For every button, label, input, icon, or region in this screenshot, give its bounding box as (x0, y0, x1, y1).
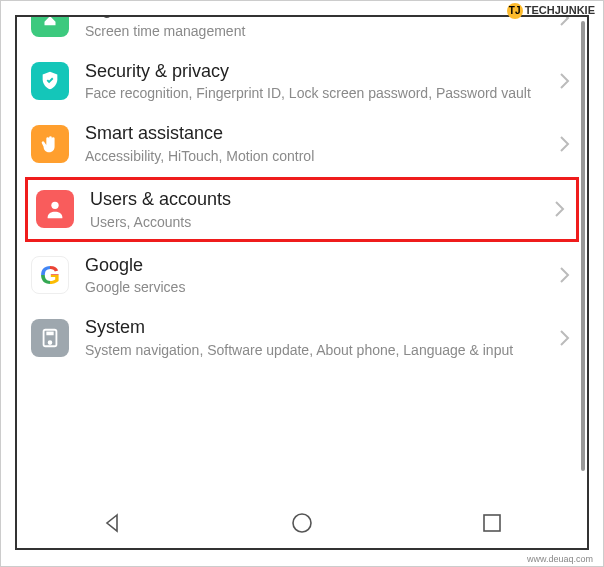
row-subtitle: Screen time management (85, 22, 551, 40)
row-subtitle: Google services (85, 278, 551, 296)
svg-point-4 (293, 514, 311, 532)
watermark-bottom: www.deuaq.com (527, 554, 593, 564)
hourglass-icon (31, 15, 69, 37)
nav-back-button[interactable] (82, 503, 142, 543)
row-title: Smart assistance (85, 122, 551, 145)
nav-recents-button[interactable] (462, 503, 522, 543)
shield-icon (31, 62, 69, 100)
google-icon: G (31, 256, 69, 294)
row-google[interactable]: G Google Google services (17, 244, 587, 307)
hand-icon (31, 125, 69, 163)
settings-list[interactable]: Digital balance Screen time management S… (17, 15, 587, 498)
chevron-right-icon (551, 135, 571, 153)
svg-rect-3 (47, 332, 53, 334)
row-text: Users & accounts Users, Accounts (90, 188, 546, 231)
row-smart-assistance[interactable]: Smart assistance Accessibility, HiTouch,… (17, 112, 587, 175)
row-title: System (85, 316, 551, 339)
watermark-top: TJTECHJUNKIE (507, 3, 595, 19)
row-text: System System navigation, Software updat… (85, 316, 551, 359)
nav-home-button[interactable] (272, 503, 332, 543)
svg-point-0 (51, 202, 58, 209)
chevron-right-icon (551, 266, 571, 284)
row-subtitle: Face recognition, Fingerprint ID, Lock s… (85, 84, 551, 102)
row-users-accounts[interactable]: Users & accounts Users, Accounts (25, 177, 579, 242)
tj-badge-icon: TJ (507, 3, 523, 19)
android-navbar (17, 498, 587, 548)
row-digital-balance[interactable]: Digital balance Screen time management (17, 15, 587, 50)
row-subtitle: System navigation, Software update, Abou… (85, 341, 551, 359)
row-subtitle: Accessibility, HiTouch, Motion control (85, 147, 551, 165)
row-text: Security & privacy Face recognition, Fin… (85, 60, 551, 103)
row-text: Digital balance Screen time management (85, 15, 551, 40)
row-security-privacy[interactable]: Security & privacy Face recognition, Fin… (17, 50, 587, 113)
row-title: Security & privacy (85, 60, 551, 83)
scrollbar[interactable] (581, 21, 585, 490)
svg-rect-5 (484, 515, 500, 531)
row-system[interactable]: System System navigation, Software updat… (17, 306, 587, 369)
chevron-right-icon (551, 329, 571, 347)
row-text: Smart assistance Accessibility, HiTouch,… (85, 122, 551, 165)
row-title: Users & accounts (90, 188, 546, 211)
phone-screen: Digital balance Screen time management S… (15, 15, 589, 550)
row-subtitle: Users, Accounts (90, 213, 546, 231)
row-text: Google Google services (85, 254, 551, 297)
scrollbar-thumb[interactable] (581, 21, 585, 471)
system-icon (31, 319, 69, 357)
chevron-right-icon (546, 200, 566, 218)
row-title: Google (85, 254, 551, 277)
chevron-right-icon (551, 72, 571, 90)
user-icon (36, 190, 74, 228)
row-title: Digital balance (85, 15, 551, 20)
svg-point-2 (49, 341, 52, 344)
